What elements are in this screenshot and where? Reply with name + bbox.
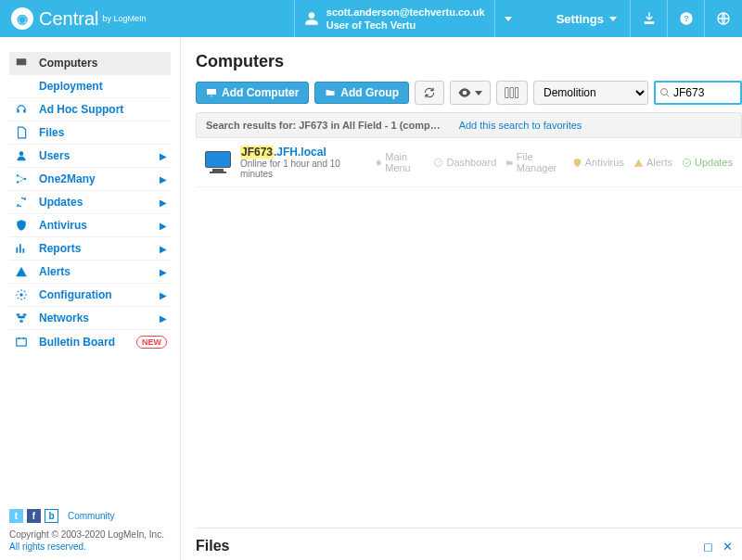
action-label: File Manager: [517, 151, 563, 173]
svg-point-15: [661, 89, 668, 95]
svg-point-4: [17, 181, 19, 183]
hostname[interactable]: JF673.JFH.local: [240, 146, 365, 159]
network-icon: [13, 172, 30, 185]
action-alerts[interactable]: Alerts: [633, 157, 672, 168]
sidebar-item-bulletin[interactable]: Bulletin Board NEW: [9, 330, 171, 353]
hostname-rest: .JFH.local: [274, 146, 326, 159]
chevron-right-icon: ▶: [160, 151, 167, 161]
svg-rect-12: [505, 88, 508, 98]
group-select[interactable]: Demolition: [533, 81, 648, 105]
action-main-menu[interactable]: Main Menu: [375, 151, 425, 173]
settings-menu[interactable]: Settings: [521, 0, 631, 37]
logo-text: Central: [39, 8, 98, 30]
sidebar-item-configuration[interactable]: Configuration ▶: [9, 284, 171, 307]
sidebar-item-updates[interactable]: Updates ▶: [9, 191, 171, 214]
logo-icon: ◉: [11, 7, 33, 30]
rights-link[interactable]: All rights reserved.: [9, 541, 86, 552]
chevron-right-icon: ▶: [160, 244, 167, 254]
sidebar-item-reports[interactable]: Reports ▶: [9, 237, 171, 261]
download-icon: [642, 11, 657, 26]
computer-row[interactable]: JF673.JFH.local Online for 1 hour and 10…: [196, 138, 742, 187]
refresh-icon: [423, 86, 436, 99]
maximize-icon[interactable]: ◻: [703, 540, 713, 554]
monitor-icon: [206, 87, 217, 98]
toolbar: Add Computer Add Group Demolition: [196, 81, 742, 105]
chevron-down-icon: [475, 91, 482, 95]
nav-label: Files: [39, 126, 167, 139]
sidebar-item-adhoc[interactable]: Ad Hoc Support: [9, 98, 171, 121]
gear-icon: [13, 288, 30, 301]
user-menu[interactable]: scott.anderson@techvertu.co.uk User of T…: [294, 0, 495, 37]
headset-icon: [13, 103, 30, 116]
page-title: Computers: [196, 52, 742, 71]
favorite-search-link[interactable]: Add this search to favorites: [459, 120, 582, 131]
add-computer-button[interactable]: Add Computer: [196, 82, 309, 104]
sidebar-item-files[interactable]: Files: [9, 121, 171, 145]
user-icon: [13, 149, 30, 162]
user-email: scott.anderson@techvertu.co.uk: [326, 6, 485, 19]
action-label: Updates: [695, 157, 733, 168]
copyright-text: Copyright © 2003-2020 LogMeIn, Inc.: [9, 529, 164, 540]
chart-icon: [13, 242, 30, 255]
status-text: Online for 1 hour and 10 minutes: [240, 159, 365, 179]
sidebar-item-deployment[interactable]: Deployment: [9, 75, 171, 98]
action-file-manager[interactable]: File Manager: [505, 151, 562, 173]
globe-icon: [716, 11, 731, 26]
help-button[interactable]: ?: [668, 0, 705, 37]
svg-rect-7: [17, 313, 20, 315]
action-antivirus[interactable]: Antivirus: [572, 157, 624, 168]
sidebar-item-alerts[interactable]: Alerts ▶: [9, 261, 171, 284]
computer-icon: [205, 151, 231, 173]
sidebar-item-antivirus[interactable]: Antivirus ▶: [9, 214, 171, 237]
user-icon: [304, 11, 319, 26]
results-bar: Search results for: JF673 in All Field -…: [196, 112, 742, 138]
new-badge: NEW: [136, 336, 167, 349]
shield-icon: [13, 219, 30, 232]
social-links: t f b Community: [9, 509, 171, 523]
button-label: Add Computer: [222, 86, 299, 99]
svg-point-6: [19, 293, 23, 297]
action-label: Main Menu: [385, 151, 424, 173]
sidebar-item-networks[interactable]: Networks ▶: [9, 307, 171, 330]
add-group-button[interactable]: Add Group: [314, 82, 409, 104]
chevron-right-icon: ▶: [160, 267, 167, 277]
sidebar-item-one2many[interactable]: One2Many ▶: [9, 168, 171, 191]
monitor-icon: [13, 57, 30, 70]
gear-icon: [534, 11, 549, 26]
nav-label: Ad Hoc Support: [39, 103, 167, 116]
search-input[interactable]: [673, 86, 729, 99]
globe-button[interactable]: [705, 0, 742, 37]
search-box[interactable]: [654, 81, 742, 105]
action-dashboard[interactable]: Dashboard: [433, 157, 496, 168]
refresh-button[interactable]: [415, 81, 444, 105]
chevron-right-icon: ▶: [160, 313, 167, 324]
nav-label: Deployment: [39, 80, 167, 93]
files-panel-title: Files: [196, 538, 694, 554]
action-label: Dashboard: [446, 157, 496, 168]
svg-rect-9: [19, 320, 23, 322]
columns-button[interactable]: [496, 81, 528, 105]
nav-label: Bulletin Board: [39, 336, 136, 349]
svg-rect-8: [23, 313, 27, 315]
topbar: ◉ Central by LogMeIn scott.anderson@tech…: [0, 0, 742, 37]
action-updates[interactable]: Updates: [682, 157, 733, 168]
facebook-icon[interactable]: f: [27, 509, 41, 523]
svg-rect-13: [510, 88, 513, 98]
svg-rect-10: [17, 337, 27, 345]
logo[interactable]: ◉ Central by LogMeIn: [0, 0, 158, 37]
logo-byline: by LogMeIn: [102, 15, 146, 23]
svg-point-3: [17, 174, 19, 176]
twitter-icon[interactable]: t: [9, 509, 23, 523]
user-menu-caret[interactable]: [495, 0, 521, 37]
view-button[interactable]: [450, 81, 491, 105]
community-link[interactable]: Community: [68, 511, 115, 521]
chevron-right-icon: ▶: [160, 221, 167, 231]
nav-label: Computers: [39, 57, 167, 70]
download-button[interactable]: [631, 0, 668, 37]
sidebar-footer: t f b Community Copyright © 2003-2020 Lo…: [0, 502, 180, 560]
close-icon[interactable]: ✕: [723, 540, 733, 554]
sidebar-item-users[interactable]: Users ▶: [9, 145, 171, 168]
blog-icon[interactable]: b: [45, 509, 58, 523]
svg-rect-11: [207, 89, 216, 95]
sidebar-item-computers[interactable]: Computers: [9, 52, 171, 75]
